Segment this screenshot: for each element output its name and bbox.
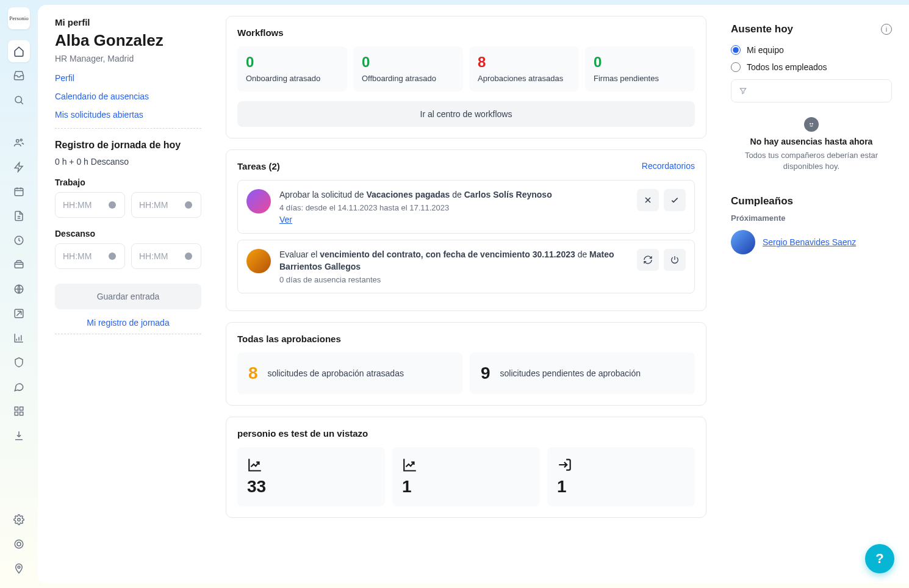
center-column: Workflows 0 Onboarding atrasado 0 Offboa… xyxy=(218,5,714,583)
glance-tile[interactable]: 1 xyxy=(547,447,695,506)
nav-marketplace[interactable] xyxy=(8,558,30,579)
person-role: HR Manager, Madrid xyxy=(55,54,201,63)
filter-input[interactable] xyxy=(731,79,892,102)
app-root: Personio xyxy=(0,0,909,588)
placeholder-text: HH:MM xyxy=(139,200,168,210)
workflows-title: Workflows xyxy=(237,27,695,38)
nav-settings[interactable] xyxy=(8,509,30,531)
break-end-input[interactable]: HH:MM xyxy=(131,243,201,269)
home-icon xyxy=(13,46,24,57)
logo[interactable]: Personio xyxy=(8,7,30,29)
divider xyxy=(55,128,201,129)
nav-automation[interactable] xyxy=(8,156,30,178)
clock-icon xyxy=(107,251,117,261)
profile-column: Mi perfil Alba Gonzalez HR Manager, Madr… xyxy=(38,5,218,583)
approvals-overdue-tile[interactable]: 8 solicitudes de aprobación atrasadas xyxy=(237,353,462,394)
radio-input[interactable] xyxy=(731,62,741,72)
glance-tile[interactable]: 33 xyxy=(237,447,385,506)
svg-point-12 xyxy=(18,518,21,522)
shield-icon xyxy=(13,357,24,368)
power-button[interactable] xyxy=(664,249,686,271)
attendance-summary: 0 h + 0 h Descanso xyxy=(55,157,201,167)
wf-label: Firmas pendientes xyxy=(594,73,686,84)
radio-label: Todos los empleados xyxy=(747,62,827,72)
nav-performance[interactable] xyxy=(8,303,30,324)
document-icon xyxy=(13,210,24,221)
filter-icon xyxy=(739,87,747,95)
task-view-link[interactable]: Ver xyxy=(279,215,292,224)
svg-point-0 xyxy=(15,96,22,103)
task-item: Evaluar el vencimiento del contrato, con… xyxy=(237,240,695,293)
nav-import[interactable] xyxy=(8,425,30,446)
nav-apps[interactable] xyxy=(8,400,30,422)
task-item: Aprobar la solicitud de Vacaciones pagad… xyxy=(237,180,695,234)
save-button[interactable]: Guardar entrada xyxy=(55,284,201,309)
nav-help[interactable] xyxy=(8,533,30,555)
nav-home[interactable] xyxy=(8,40,30,62)
info-button[interactable]: i xyxy=(881,24,892,35)
globe-icon xyxy=(13,284,24,295)
nav-surveys[interactable] xyxy=(8,376,30,398)
link-solicitudes[interactable]: Mis solicitudes abiertas xyxy=(55,110,201,120)
approvals-num: 8 xyxy=(248,364,258,383)
radio-input[interactable] xyxy=(731,45,741,55)
break-start-input[interactable]: HH:MM xyxy=(55,243,125,269)
link-calendario[interactable]: Calendario de ausencias xyxy=(55,91,201,101)
inbox-icon xyxy=(13,70,24,81)
wf-tile-offboarding[interactable]: 0 Offboarding atrasado xyxy=(353,46,463,91)
nav-recruiting[interactable] xyxy=(8,278,30,300)
nav-search[interactable] xyxy=(8,89,30,111)
svg-rect-3 xyxy=(15,188,23,196)
avatar[interactable] xyxy=(246,189,271,213)
reminders-link[interactable]: Recordatorios xyxy=(642,161,695,171)
refresh-button[interactable] xyxy=(637,249,659,271)
profile-links: Perfil Calendario de ausencias Mis solic… xyxy=(55,73,201,120)
clock-icon xyxy=(107,200,117,210)
approvals-title: Todas las aprobaciones xyxy=(237,334,695,344)
people-icon xyxy=(13,137,24,148)
nav-payroll[interactable] xyxy=(8,254,30,276)
avatar[interactable] xyxy=(246,249,271,273)
nav-documents[interactable] xyxy=(8,205,30,227)
radio-all-employees[interactable]: Todos los empleados xyxy=(731,62,892,72)
reject-button[interactable] xyxy=(637,189,659,211)
approve-button[interactable] xyxy=(664,189,686,211)
power-icon xyxy=(670,255,680,265)
clock-icon xyxy=(184,200,193,210)
nav-inbox[interactable] xyxy=(8,65,30,87)
wf-tile-approvals[interactable]: 8 Aprobaciones atrasadas xyxy=(469,46,579,91)
placeholder-text: HH:MM xyxy=(63,200,92,210)
glance-card: personio es test de un vistazo 33 1 1 xyxy=(226,417,706,518)
clock-icon xyxy=(13,235,24,246)
trend-icon xyxy=(402,457,418,473)
wf-tile-signatures[interactable]: 0 Firmas pendientes xyxy=(585,46,695,91)
wf-tile-onboarding[interactable]: 0 Onboarding atrasado xyxy=(237,46,347,91)
attendance-title: Registro de jornada de hoy xyxy=(55,140,201,151)
avatar[interactable] xyxy=(731,230,755,254)
approvals-label: solicitudes de aprobación atrasadas xyxy=(268,368,404,378)
work-end-input[interactable]: HH:MM xyxy=(131,192,201,218)
approvals-pending-tile[interactable]: 9 solicitudes pendientes de aprobación xyxy=(470,353,695,394)
placeholder-text: HH:MM xyxy=(139,251,168,261)
nav-compliance[interactable] xyxy=(8,351,30,373)
workflows-cta-button[interactable]: Ir al centro de workflows xyxy=(237,101,695,127)
work-start-input[interactable]: HH:MM xyxy=(55,192,125,218)
smiley-icon xyxy=(804,117,819,132)
nav-reports[interactable] xyxy=(8,327,30,349)
help-fab[interactable]: ? xyxy=(865,544,894,573)
nav-rail: Personio xyxy=(0,0,38,588)
nav-people[interactable] xyxy=(8,132,30,154)
radio-my-team[interactable]: Mi equipo xyxy=(731,45,892,55)
glance-tile[interactable]: 1 xyxy=(392,447,540,506)
birthday-person-link[interactable]: Sergio Benavides Saenz xyxy=(763,237,856,247)
download-icon xyxy=(13,430,24,441)
wf-num: 0 xyxy=(362,54,454,71)
attendance-log-link[interactable]: Mi registro de jornada xyxy=(55,318,201,328)
nav-time[interactable] xyxy=(8,229,30,251)
svg-rect-8 xyxy=(15,407,18,410)
link-perfil[interactable]: Perfil xyxy=(55,73,201,83)
wf-label: Onboarding atrasado xyxy=(246,73,339,84)
nav-calendar[interactable] xyxy=(8,181,30,203)
external-icon xyxy=(13,308,24,319)
profile-heading: Mi perfil xyxy=(55,17,201,27)
